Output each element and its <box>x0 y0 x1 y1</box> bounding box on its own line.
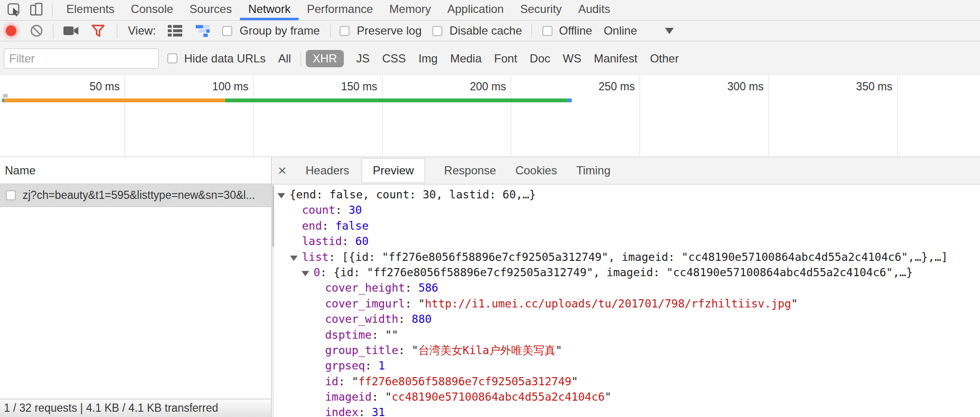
main-tab-network[interactable]: Network <box>240 0 299 20</box>
json-key: cover_width <box>325 313 398 325</box>
json-preview-tree: {end: false, count: 30, lastid: 60,…}cou… <box>272 184 980 417</box>
main-tab-bar: ElementsConsoleSourcesNetworkPerformance… <box>0 0 980 21</box>
main-tab-performance[interactable]: Performance <box>299 0 381 20</box>
toolbar-divider <box>531 24 532 38</box>
preview-tree-line: dsptime: "" <box>272 327 980 343</box>
ruler-gridline <box>897 75 898 157</box>
type-filter-all[interactable]: All <box>278 52 291 65</box>
group-by-frame-checkbox[interactable] <box>222 26 232 36</box>
json-string: cc48190e57100864abc4d55a2c4104c6 <box>391 391 604 403</box>
devtools-window: ElementsConsoleSourcesNetworkPerformance… <box>0 0 980 417</box>
ruler-gridline <box>125 75 125 157</box>
json-text: " <box>571 375 578 388</box>
ruler-tick-label: 350 ms <box>820 80 892 93</box>
detail-tab-headers[interactable]: Headers <box>306 164 350 177</box>
json-key: id <box>325 375 339 388</box>
ruler-gridline <box>768 75 769 157</box>
json-key: index <box>325 406 358 417</box>
type-filter-js[interactable]: JS <box>356 52 370 65</box>
json-number: 1 <box>378 359 385 372</box>
type-filter-doc[interactable]: Doc <box>530 52 551 65</box>
request-row[interactable]: zj?ch=beauty&t1=595&listtype=new&sn=30&l… <box>0 184 271 207</box>
detail-tab-response[interactable]: Response <box>444 164 496 177</box>
disable-cache-label: Disable cache <box>450 24 522 37</box>
disclosure-triangle-icon[interactable] <box>277 193 285 198</box>
json-string: ff276e8056f58896e7cf92505a312749 <box>358 375 571 388</box>
json-text: {end: false, count: 30, lastid: 60,…} <box>289 188 536 201</box>
json-number: 880 <box>412 313 432 325</box>
json-text: : " <box>398 344 418 356</box>
disable-cache-checkbox[interactable] <box>432 26 442 36</box>
json-key: count <box>302 204 335 216</box>
overview-mini-bar <box>3 94 8 98</box>
main-tab-sources[interactable]: Sources <box>181 0 240 20</box>
hide-data-urls-checkbox[interactable] <box>167 53 177 63</box>
json-key: cover_imgurl <box>325 297 405 310</box>
disclosure-triangle-icon[interactable] <box>302 271 309 276</box>
scrollbar-thumb[interactable] <box>272 185 274 247</box>
type-filter-css[interactable]: CSS <box>382 52 406 65</box>
type-filter-img[interactable]: Img <box>418 52 438 65</box>
preview-tree-line: index: 31 <box>272 405 980 417</box>
main-tab-elements[interactable]: Elements <box>58 0 123 20</box>
filter-input[interactable] <box>4 49 159 69</box>
json-number: false <box>335 220 368 232</box>
device-toolbar-icon[interactable] <box>29 2 44 18</box>
type-filter-manifest[interactable]: Manifest <box>594 52 638 65</box>
toolbar-divider <box>52 3 52 17</box>
preview-tree-line: lastid: 60 <box>272 233 980 249</box>
type-filter-ws[interactable]: WS <box>563 52 581 65</box>
detail-tab-preview[interactable]: Preview <box>362 158 425 183</box>
request-count-summary: 1 / 32 requests | 4.1 KB / 4.1 KB transf… <box>4 402 218 415</box>
request-checkbox[interactable] <box>6 190 16 200</box>
scrollbar-track[interactable] <box>272 184 274 417</box>
type-filter-font[interactable]: Font <box>494 52 517 65</box>
preview-tree-line: cover_imgurl: "http://i1.umei.cc/uploads… <box>272 296 980 311</box>
toolbar-divider <box>117 24 117 38</box>
json-key: 0 <box>314 266 320 279</box>
main-tab-memory[interactable]: Memory <box>381 0 440 20</box>
close-icon[interactable]: × <box>278 163 287 178</box>
throttling-select[interactable]: Online <box>603 24 637 37</box>
type-filter-media[interactable]: Media <box>450 52 481 65</box>
overview-waterfall-icon[interactable] <box>195 25 212 37</box>
json-string: 台湾美女Kila户外唯美写真 <box>418 344 555 356</box>
json-text: " <box>605 391 612 403</box>
json-text: " <box>555 344 562 356</box>
json-string: http://i1.umei.cc/uploads/tu/201701/798/… <box>425 297 792 310</box>
main-tab-console[interactable]: Console <box>123 0 181 20</box>
json-text: : " <box>339 375 359 388</box>
ruler-tick-label: 300 ms <box>691 80 764 93</box>
detail-tab-timing[interactable]: Timing <box>576 164 610 177</box>
ruler-tick-label: 250 ms <box>563 80 635 93</box>
type-filter-xhr[interactable]: XHR <box>306 50 344 67</box>
ruler-tick-label: 50 ms <box>48 80 120 93</box>
name-column-header[interactable]: Name <box>0 157 271 184</box>
preserve-log-checkbox[interactable] <box>339 26 350 36</box>
json-key: cover_height <box>325 282 405 294</box>
preview-tree-line: cover_height: 586 <box>272 280 980 295</box>
json-key: list <box>302 251 328 263</box>
chevron-down-icon[interactable] <box>665 28 674 34</box>
record-icon[interactable] <box>6 25 16 36</box>
screenshot-camera-icon[interactable] <box>63 25 79 37</box>
inspect-element-icon[interactable] <box>7 2 22 18</box>
main-tab-application[interactable]: Application <box>439 0 512 20</box>
filter-funnel-icon[interactable] <box>91 24 105 37</box>
type-filter-other[interactable]: Other <box>650 52 679 65</box>
json-key: imageid <box>325 391 372 403</box>
details-pane: × HeadersPreviewResponseCookiesTiming {e… <box>272 157 980 417</box>
group-by-frame-label: Group by frame <box>239 24 320 37</box>
large-rows-icon[interactable] <box>167 25 183 37</box>
timeline-overview: 50 ms100 ms150 ms200 ms250 ms300 ms350 m… <box>0 75 980 157</box>
network-controls-row: View: Group by frame Preserve log Disabl… <box>0 21 980 41</box>
disclosure-triangle-icon[interactable] <box>290 256 298 261</box>
detail-tab-bar: × HeadersPreviewResponseCookiesTiming <box>272 157 980 184</box>
hide-data-urls-label: Hide data URLs <box>184 52 265 65</box>
offline-label: Offline <box>559 24 592 37</box>
clear-icon[interactable] <box>30 24 43 37</box>
main-tab-audits[interactable]: Audits <box>570 0 618 20</box>
detail-tab-cookies[interactable]: Cookies <box>515 164 557 177</box>
offline-checkbox[interactable] <box>542 26 553 36</box>
main-tab-security[interactable]: Security <box>512 0 570 20</box>
